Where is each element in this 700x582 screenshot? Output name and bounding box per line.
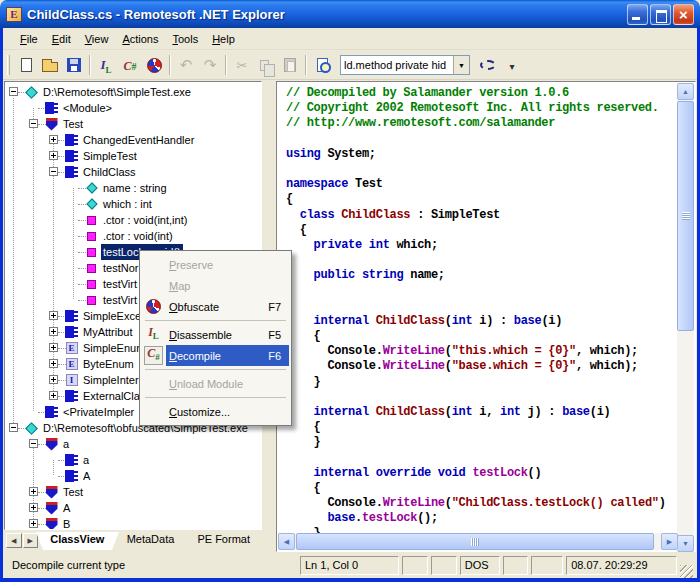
expand-icon[interactable] [49, 327, 58, 336]
menu-tools[interactable]: Tools [165, 30, 205, 48]
search-pattern-combobox[interactable] [340, 55, 470, 75]
tree-item-label[interactable]: testNor [101, 260, 140, 276]
tree-item-label[interactable]: SimpleInter [81, 372, 141, 388]
tree-item[interactable]: A [5, 468, 261, 484]
tree-item-label[interactable]: Test [61, 484, 85, 500]
tab-metadata[interactable]: MetaData [113, 532, 189, 550]
menu-actions[interactable]: Actions [115, 30, 165, 48]
dashed-circle-button[interactable] [476, 54, 500, 77]
collapse-icon[interactable] [29, 119, 38, 128]
collapse-icon[interactable] [9, 423, 18, 432]
expand-icon[interactable] [49, 343, 58, 352]
tree-item[interactable]: .ctor : void(int) [5, 228, 261, 244]
code-editor[interactable]: // Decompiled by Salamander version 1.0.… [278, 83, 678, 534]
menu-edit[interactable]: Edit [45, 30, 78, 48]
expand-icon[interactable] [49, 359, 58, 368]
context-menu-obfuscate[interactable]: ObfuscateF7 [141, 296, 290, 317]
tree-item-label[interactable]: a [61, 436, 71, 452]
tree-item-label[interactable]: Test [61, 116, 85, 132]
tree-item[interactable]: D:\Remotesoft\SimpleTest.exe [5, 84, 261, 100]
tree-item-label[interactable]: ChildClass [81, 164, 138, 180]
tab-pe-format[interactable]: PE Format [182, 532, 265, 550]
expand-icon[interactable] [29, 503, 38, 512]
tree-item-label[interactable]: A [61, 500, 72, 516]
expand-icon[interactable] [49, 311, 58, 320]
expand-icon[interactable] [49, 375, 58, 384]
tree-item-label[interactable]: SimpleExce [81, 308, 143, 324]
context-menu-decompile[interactable]: C#DecompileF6 [141, 345, 290, 366]
context-menu-customize[interactable]: Customize... [141, 401, 290, 422]
tree-item-label[interactable]: testVirt [101, 276, 139, 292]
code-line: class ChildClass : SimpleTest [286, 208, 678, 223]
tree-item[interactable]: ChangedEventHandler [5, 132, 261, 148]
code-line: // http://www.remotesoft.com/salamander [286, 116, 678, 131]
search-button[interactable] [310, 54, 334, 77]
resize-grip[interactable] [680, 565, 693, 578]
scroll-left-button[interactable]: ◀ [278, 533, 295, 550]
new-document-button[interactable] [14, 54, 38, 77]
tree-item[interactable]: which : int [5, 196, 261, 212]
vertical-scroll-thumb[interactable] [677, 101, 694, 331]
horizontal-scroll-thumb[interactable] [296, 533, 654, 550]
tree-item-label[interactable]: <Module> [61, 100, 114, 116]
tree-item[interactable]: Test [5, 484, 261, 500]
tree-item-label[interactable]: SimpleEnum [81, 340, 147, 356]
tree-item[interactable]: .ctor : void(int,int) [5, 212, 261, 228]
tree-item[interactable]: Test [5, 116, 261, 132]
expand-icon[interactable] [29, 487, 38, 496]
tree-item[interactable]: a [5, 436, 261, 452]
expand-icon[interactable] [49, 151, 58, 160]
close-button[interactable] [673, 4, 694, 25]
tree-item-label[interactable]: <PrivateImpler [61, 404, 136, 420]
tree-item-label[interactable]: .ctor : void(int) [101, 228, 175, 244]
tab-scroll-left-button[interactable]: ◀ [6, 533, 22, 548]
tree-item[interactable]: SimpleTest [5, 148, 261, 164]
tree-item-label[interactable]: .ctor : void(int,int) [101, 212, 189, 228]
scroll-up-button[interactable]: ▲ [677, 83, 694, 100]
menu-file[interactable]: File [13, 30, 45, 48]
toolbar-overflow-button[interactable] [500, 54, 524, 77]
collapse-icon[interactable] [9, 87, 18, 96]
tab-classview[interactable]: ClassView [36, 532, 119, 550]
tree-item-label[interactable]: B [61, 516, 72, 530]
tree-item-label[interactable]: MyAttribut [81, 324, 135, 340]
disassemble-il-button[interactable]: IL [94, 54, 118, 77]
scroll-right-button[interactable]: ▶ [661, 533, 678, 550]
tree-item[interactable]: a [5, 452, 261, 468]
obfuscate-button[interactable] [142, 54, 166, 77]
tree-item-label[interactable]: ByteEnum [81, 356, 136, 372]
collapse-icon[interactable] [49, 167, 58, 176]
open-file-button[interactable] [38, 54, 62, 77]
tree-item-label[interactable]: SimpleTest [81, 148, 139, 164]
tree-item-label[interactable]: ChangedEventHandler [81, 132, 196, 148]
tree-item[interactable]: <Module> [5, 100, 261, 116]
tree-item[interactable]: name : string [5, 180, 261, 196]
decompile-csharp-button[interactable]: C# [118, 54, 142, 77]
tree-item[interactable]: B [5, 516, 261, 530]
horizontal-scrollbar[interactable]: ◀ ▶ [278, 533, 678, 550]
scroll-down-button[interactable]: ▼ [677, 535, 694, 552]
tree-item[interactable]: ChildClass [5, 164, 261, 180]
context-menu-map: Map [141, 275, 290, 296]
menu-view[interactable]: View [78, 30, 116, 48]
collapse-icon[interactable] [29, 439, 38, 448]
tree-item[interactable]: A [5, 500, 261, 516]
tree-item-label[interactable]: which : int [101, 196, 154, 212]
tree-item-label[interactable]: testVirt [101, 292, 139, 308]
expand-icon[interactable] [49, 135, 58, 144]
tree-item-label[interactable]: ExternalCla [81, 388, 142, 404]
tree-item-label[interactable]: D:\Remotesoft\SimpleTest.exe [41, 84, 193, 100]
tree-item-label[interactable]: name : string [101, 180, 169, 196]
tree-item-label[interactable]: A [81, 468, 92, 484]
save-file-button[interactable] [62, 54, 86, 77]
combo-dropdown-button[interactable] [453, 56, 469, 74]
menu-help[interactable]: Help [205, 30, 242, 48]
context-menu-disassemble[interactable]: ILDisassembleF5 [141, 324, 290, 345]
expand-icon[interactable] [29, 519, 38, 528]
minimize-button[interactable] [627, 4, 648, 25]
tree-item-label[interactable]: a [81, 452, 91, 468]
search-pattern-input[interactable] [341, 56, 453, 74]
maximize-button[interactable] [650, 4, 671, 25]
expand-icon[interactable] [49, 391, 58, 400]
vertical-scrollbar[interactable]: ▲ ▼ [677, 83, 694, 552]
